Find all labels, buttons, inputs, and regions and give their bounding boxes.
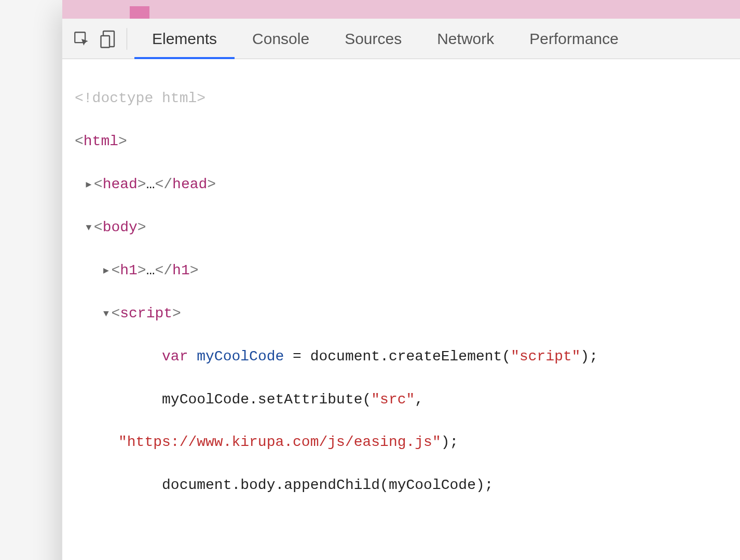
dom-doctype[interactable]: <!doctype html> [62, 88, 740, 109]
tab-console[interactable]: Console [235, 19, 327, 59]
svg-rect-2 [101, 36, 110, 48]
dom-head[interactable]: ▶<head>…</head> [62, 174, 740, 195]
expand-triangle-down-icon[interactable]: ▼ [101, 307, 111, 321]
expand-triangle-down-icon[interactable]: ▼ [84, 221, 94, 235]
dom-h1[interactable]: ▶<h1>…</h1> [62, 260, 740, 281]
devtools-toolbar: Elements Console Sources Network Perform… [62, 19, 740, 59]
browser-tab[interactable] [130, 6, 149, 19]
toolbar-divider [127, 28, 127, 50]
tab-network[interactable]: Network [419, 19, 512, 59]
dom-code-blank [62, 517, 740, 539]
dom-code-line2b[interactable]: "https://www.kirupa.com/js/easing.js"); [62, 431, 740, 453]
tab-sources[interactable]: Sources [327, 19, 419, 59]
tab-performance[interactable]: Performance [512, 19, 636, 59]
devtools-tabs: Elements Console Sources Network Perform… [134, 19, 636, 59]
tab-elements[interactable]: Elements [134, 19, 235, 59]
devtools-window: Elements Console Sources Network Perform… [62, 0, 740, 560]
elements-dom-tree[interactable]: <!doctype html> <html> ▶<head>…</head> ▼… [62, 59, 740, 560]
device-toolbar-icon[interactable] [95, 25, 124, 53]
dom-body-open[interactable]: ▼<body> [62, 217, 740, 238]
dom-code-line3[interactable]: document.body.appendChild(myCoolCode); [62, 474, 740, 496]
expand-triangle-right-icon[interactable]: ▶ [101, 264, 111, 278]
inspect-element-icon[interactable] [67, 25, 95, 53]
window-titlebar [62, 0, 740, 19]
dom-code-line2a[interactable]: myCoolCode.setAttribute("src", [62, 389, 740, 410]
expand-triangle-right-icon[interactable]: ▶ [84, 178, 94, 192]
dom-script-open[interactable]: ▼<script> [62, 303, 740, 324]
dom-html-open[interactable]: <html> [62, 131, 740, 152]
dom-code-line1[interactable]: var myCoolCode = document.createElement(… [62, 346, 740, 367]
